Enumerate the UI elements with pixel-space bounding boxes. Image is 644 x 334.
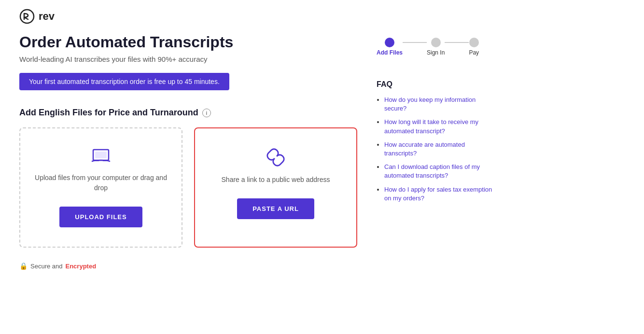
paste-card-description: Share a link to a public web address [222,175,330,185]
svg-rect-4 [103,160,109,161]
sidebar: Add Files Sign In Pay FAQ How do you kee… [377,33,492,270]
secure-area: 🔒 Secure and Encrypted [19,262,357,270]
paste-url-button[interactable]: PASTE A URL [237,198,314,219]
paste-url-card[interactable]: Share a link to a public web address PAS… [194,127,357,248]
lock-icon: 🔒 [19,262,28,270]
faq-list: How do you keep my information secure? H… [377,96,492,203]
steps-progress: Add Files Sign In Pay [377,38,492,56]
info-icon[interactable]: i [202,109,211,117]
page-subtitle: World-leading AI transcribes your files … [19,55,357,63]
promo-banner: Your first automated transcription order… [19,73,229,90]
step-pay: Pay [469,38,479,56]
faq-link-3[interactable]: Can I download caption files of my autom… [384,163,480,179]
step-label-add-files: Add Files [377,49,403,56]
faq-link-0[interactable]: How do you keep my information secure? [384,96,476,112]
faq-title: FAQ [377,80,492,89]
step-add-files: Add Files [377,38,403,56]
main-layout: Order Automated Transcripts World-leadin… [0,33,644,270]
laptop-icon [91,148,111,165]
link-icon [266,148,285,167]
svg-rect-3 [93,160,99,161]
step-circle-add-files [385,38,394,47]
rev-logo-icon [19,9,35,24]
faq-item-2: How accurate are automated transcripts? [384,140,492,158]
faq-item-0: How do you keep my information secure? [384,96,492,113]
faq-link-2[interactable]: How accurate are automated transcripts? [384,141,465,157]
faq-item-3: Can I download caption files of my autom… [384,163,492,180]
upload-card-description: Upload files from your computer or drag … [35,173,167,193]
faq-link-4[interactable]: How do I apply for sales tax exemption o… [384,186,492,202]
svg-rect-2 [95,152,107,158]
step-sign-in: Sign In [427,38,445,56]
step-label-pay: Pay [469,49,479,56]
step-circle-pay [469,38,479,47]
logo-area: rev [0,0,644,33]
section-title: Add English Files for Price and Turnarou… [19,108,357,118]
encrypted-text: Encrypted [66,263,97,270]
secure-text: Secure and [30,263,63,270]
step-connector-1 [403,42,427,43]
upload-card[interactable]: Upload files from your computer or drag … [19,127,182,248]
logo-text: rev [39,10,55,23]
faq-item-4: How do I apply for sales tax exemption o… [384,185,492,203]
faq-link-1[interactable]: How long will it take to receive my auto… [384,118,478,134]
step-circle-sign-in [431,38,441,47]
faq-section: FAQ How do you keep my information secur… [377,80,492,203]
content-area: Order Automated Transcripts World-leadin… [19,33,357,270]
step-label-sign-in: Sign In [427,49,445,56]
cards-row: Upload files from your computer or drag … [19,127,357,248]
faq-item-1: How long will it take to receive my auto… [384,118,492,135]
page-title: Order Automated Transcripts [19,33,357,51]
step-connector-2 [445,42,469,43]
logo[interactable]: rev [19,9,55,24]
upload-files-button[interactable]: UPLOAD FILES [59,207,142,227]
